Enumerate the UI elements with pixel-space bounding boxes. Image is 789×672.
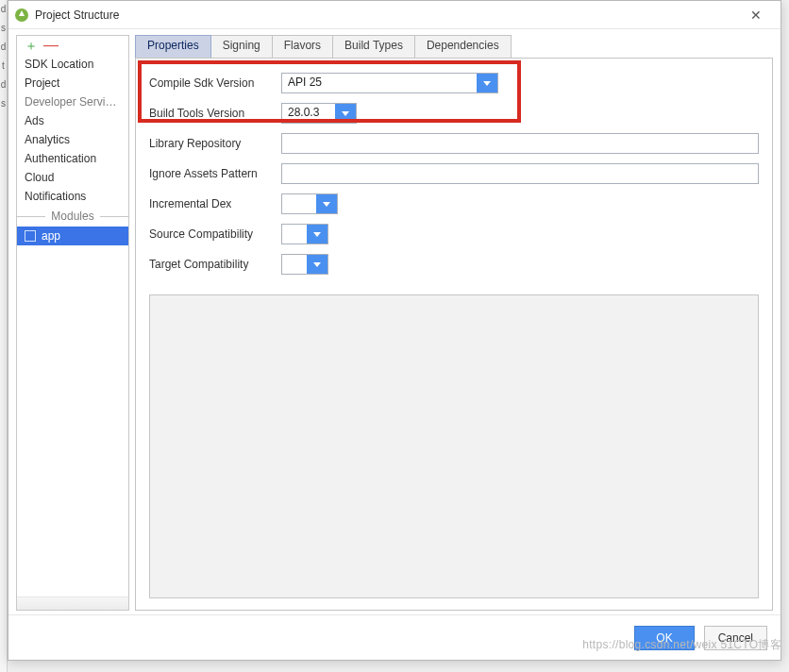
close-button[interactable]: ✕ xyxy=(737,8,775,23)
source-compat-value xyxy=(282,225,307,244)
module-icon xyxy=(25,230,36,242)
remove-module-button[interactable]: — xyxy=(43,39,59,52)
editor-gutter: dsdtds xyxy=(0,0,8,672)
sidebar-item-cloud[interactable]: Cloud xyxy=(17,168,128,187)
sidebar-item-analytics[interactable]: Analytics xyxy=(17,130,128,149)
incremental-dex-value xyxy=(282,194,316,213)
ok-button[interactable]: OK xyxy=(634,626,694,650)
empty-content-area xyxy=(149,294,759,598)
sidebar: ＋ — SDK Location Project Developer Servi… xyxy=(16,35,129,611)
incremental-dex-label: Incremental Dex xyxy=(149,197,281,210)
sidebar-tools: ＋ — xyxy=(17,36,128,55)
ignore-assets-label: Ignore Assets Pattern xyxy=(149,167,281,180)
target-compat-value xyxy=(282,255,307,274)
dropdown-arrow-icon[interactable] xyxy=(307,255,327,274)
compile-sdk-dropdown[interactable]: API 25 xyxy=(281,73,498,93)
build-tools-label: Build Tools Version xyxy=(149,107,281,120)
cancel-button[interactable]: Cancel xyxy=(704,626,767,650)
sidebar-item-project[interactable]: Project xyxy=(17,74,128,92)
source-compat-dropdown[interactable] xyxy=(281,224,328,244)
project-structure-dialog: Project Structure ✕ ＋ — SDK Location Pro… xyxy=(8,0,781,661)
sidebar-group-developer-services: Developer Services xyxy=(17,92,128,111)
dialog-footer: OK Cancel xyxy=(8,614,781,660)
sidebar-module-label: app xyxy=(42,229,60,243)
dropdown-arrow-icon[interactable] xyxy=(477,74,497,92)
build-tools-value: 28.0.3 xyxy=(282,104,335,123)
sidebar-list: SDK Location Project Developer Services … xyxy=(17,55,128,596)
sidebar-item-ads[interactable]: Ads xyxy=(17,111,128,130)
source-compat-label: Source Compatibility xyxy=(149,227,281,241)
dropdown-arrow-icon[interactable] xyxy=(307,225,327,244)
properties-panel: Compile Sdk Version API 25 Build Tools V… xyxy=(135,58,773,611)
titlebar: Project Structure ✕ xyxy=(8,1,781,29)
sidebar-scrollbar[interactable] xyxy=(17,596,128,610)
library-repository-label: Library Repository xyxy=(149,137,281,150)
add-module-button[interactable]: ＋ xyxy=(25,39,38,52)
build-tools-dropdown[interactable]: 28.0.3 xyxy=(281,103,357,124)
tabs: Properties Signing Flavors Build Types D… xyxy=(135,35,773,58)
target-compat-dropdown[interactable] xyxy=(281,254,328,275)
window-title: Project Structure xyxy=(35,8,737,22)
ignore-assets-input[interactable] xyxy=(281,163,759,184)
sidebar-module-app[interactable]: app xyxy=(17,227,128,245)
tab-flavors[interactable]: Flavors xyxy=(272,35,333,58)
incremental-dex-dropdown[interactable] xyxy=(281,193,338,214)
tab-dependencies[interactable]: Dependencies xyxy=(414,35,512,58)
sidebar-modules-header: Modules xyxy=(17,206,128,227)
dropdown-arrow-icon[interactable] xyxy=(316,194,337,213)
tab-build-types[interactable]: Build Types xyxy=(332,35,415,58)
sidebar-item-authentication[interactable]: Authentication xyxy=(17,149,128,168)
target-compat-label: Target Compatibility xyxy=(149,258,281,271)
dropdown-arrow-icon[interactable] xyxy=(335,104,356,123)
compile-sdk-label: Compile Sdk Version xyxy=(149,76,281,90)
tab-properties[interactable]: Properties xyxy=(135,35,211,58)
library-repository-input[interactable] xyxy=(281,133,759,154)
tab-signing[interactable]: Signing xyxy=(210,35,273,58)
compile-sdk-value: API 25 xyxy=(282,74,477,92)
android-studio-icon xyxy=(14,8,29,23)
sidebar-item-sdk-location[interactable]: SDK Location xyxy=(17,55,128,74)
sidebar-item-notifications[interactable]: Notifications xyxy=(17,187,128,206)
main-panel: Properties Signing Flavors Build Types D… xyxy=(135,35,773,611)
